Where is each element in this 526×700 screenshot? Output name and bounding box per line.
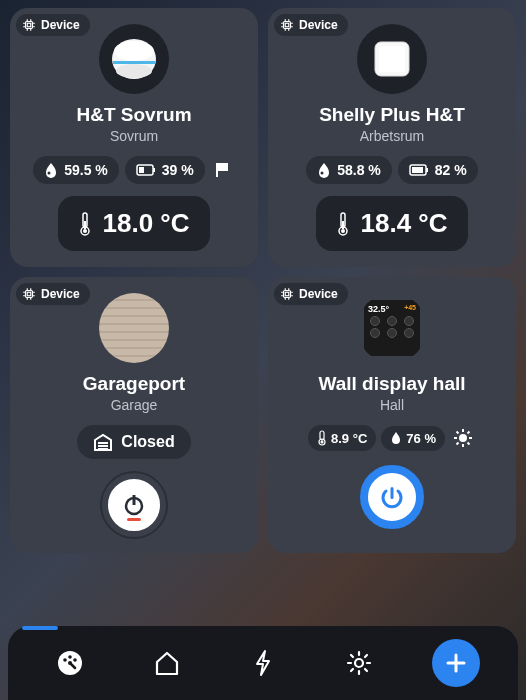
device-card-shelly-plus[interactable]: Device Shelly Plus H&T Arbetsrum 58.8 % … xyxy=(268,8,516,267)
svg-point-40 xyxy=(459,434,467,442)
nav-add-button[interactable] xyxy=(432,639,480,687)
device-tag: Device xyxy=(16,14,90,36)
svg-rect-9 xyxy=(139,167,144,173)
temperature-pill: 18.4 °C xyxy=(316,196,467,251)
wd-temp: 32.5° xyxy=(368,304,389,314)
thermometer-icon xyxy=(336,211,350,237)
power-button-off[interactable] xyxy=(102,473,166,537)
status-value: Closed xyxy=(121,433,174,451)
gauge-icon xyxy=(55,648,85,678)
nav-energy-button[interactable] xyxy=(239,639,287,687)
nav-settings-button[interactable] xyxy=(335,639,383,687)
device-card-wall-display[interactable]: Device 32.5°+45 Wall display hall Hall 8… xyxy=(268,277,516,553)
device-tag-label: Device xyxy=(41,18,80,32)
svg-line-45 xyxy=(456,432,458,434)
bottom-navbar xyxy=(8,626,518,700)
device-avatar xyxy=(357,24,427,94)
svg-rect-17 xyxy=(285,23,289,27)
svg-rect-8 xyxy=(153,168,155,172)
svg-point-52 xyxy=(68,655,72,659)
thermometer-icon xyxy=(317,430,327,446)
chip-icon xyxy=(22,18,36,32)
device-tag: Device xyxy=(274,14,348,36)
humidity-small-pill: 76 % xyxy=(381,426,445,451)
nav-dashboard-button[interactable] xyxy=(46,639,94,687)
temp-small-pill: 8.9 °C xyxy=(308,425,376,451)
svg-rect-34 xyxy=(133,495,136,505)
status-pill: Closed xyxy=(77,425,190,459)
power-icon xyxy=(378,483,406,511)
device-name: Shelly Plus H&T xyxy=(319,104,465,126)
svg-point-5 xyxy=(116,64,152,78)
device-tag: Device xyxy=(274,283,348,305)
svg-rect-28 xyxy=(26,291,33,298)
flag-icon xyxy=(211,158,235,182)
svg-rect-27 xyxy=(342,221,344,229)
temp-small-value: 8.9 °C xyxy=(331,431,367,446)
battery-value: 39 % xyxy=(162,162,194,178)
svg-rect-4 xyxy=(113,61,155,64)
svg-rect-36 xyxy=(285,292,289,296)
svg-line-46 xyxy=(467,443,469,445)
svg-point-3 xyxy=(114,41,154,61)
humidity-value: 58.8 % xyxy=(337,162,381,178)
wd-watts: +45 xyxy=(404,304,416,314)
home-icon xyxy=(152,648,182,678)
wall-display-image: 32.5°+45 xyxy=(364,300,420,356)
svg-rect-29 xyxy=(27,292,31,296)
svg-rect-31 xyxy=(98,445,108,447)
svg-point-55 xyxy=(355,659,363,667)
device-avatar xyxy=(99,293,169,363)
svg-rect-16 xyxy=(284,22,291,29)
humidity-small-value: 76 % xyxy=(406,431,436,446)
svg-rect-19 xyxy=(379,46,405,72)
square-device-icon xyxy=(369,36,415,82)
bolt-icon xyxy=(251,648,275,678)
device-name: Garageport xyxy=(83,373,185,395)
battery-icon xyxy=(136,164,156,176)
chip-icon xyxy=(22,287,36,301)
room-name: Sovrum xyxy=(110,128,158,144)
power-icon xyxy=(121,492,147,518)
droplet-icon xyxy=(390,431,402,445)
sensor-device-icon xyxy=(109,37,159,81)
device-tag: Device xyxy=(16,283,90,305)
device-avatar xyxy=(99,24,169,94)
svg-line-48 xyxy=(467,432,469,434)
device-card-garageport[interactable]: Device Garageport Garage Closed xyxy=(10,277,258,553)
svg-rect-22 xyxy=(426,168,428,172)
thermometer-icon xyxy=(78,211,92,237)
svg-rect-49 xyxy=(391,487,394,499)
chip-icon xyxy=(280,18,294,32)
nav-home-button[interactable] xyxy=(143,639,191,687)
temperature-value: 18.4 °C xyxy=(360,208,447,239)
room-name: Arbetsrum xyxy=(360,128,425,144)
device-card-ht-sovrum[interactable]: Device H&T Sovrum Sovrum 59.5 % 39 % xyxy=(10,8,258,267)
device-avatar: 32.5°+45 xyxy=(357,293,427,363)
svg-point-53 xyxy=(73,658,77,662)
battery-value: 82 % xyxy=(435,162,467,178)
svg-rect-32 xyxy=(98,448,108,450)
power-button-on[interactable] xyxy=(360,465,424,529)
svg-point-14 xyxy=(83,229,87,233)
svg-line-47 xyxy=(456,443,458,445)
garage-door-image xyxy=(99,293,169,363)
chip-icon xyxy=(280,287,294,301)
temperature-pill: 18.0 °C xyxy=(58,196,209,251)
room-name: Garage xyxy=(111,397,158,413)
device-tag-label: Device xyxy=(41,287,80,301)
svg-point-26 xyxy=(341,229,345,233)
svg-rect-11 xyxy=(218,163,228,171)
room-name: Hall xyxy=(380,397,404,413)
svg-rect-35 xyxy=(284,291,291,298)
svg-point-39 xyxy=(321,441,324,444)
droplet-icon xyxy=(44,162,58,178)
garage-icon xyxy=(93,433,113,451)
brightness-icon xyxy=(450,425,476,451)
device-tag-label: Device xyxy=(299,287,338,301)
svg-point-51 xyxy=(63,658,67,662)
svg-rect-1 xyxy=(27,23,31,27)
battery-pill: 39 % xyxy=(125,156,205,184)
svg-rect-23 xyxy=(412,167,423,173)
svg-rect-30 xyxy=(98,442,108,444)
